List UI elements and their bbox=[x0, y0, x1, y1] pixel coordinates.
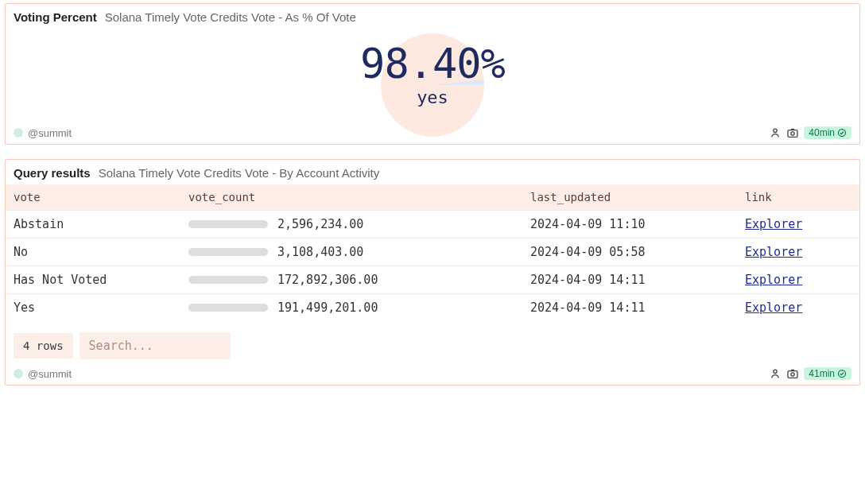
vote-count-value: 2,596,234.00 bbox=[277, 217, 363, 231]
voting-percent-panel: Voting Percent Solana Timely Vote Credit… bbox=[5, 3, 860, 145]
bar-track bbox=[188, 276, 268, 284]
big-number-value: 98.40% bbox=[360, 40, 505, 87]
cell-link: Explorer bbox=[745, 300, 851, 315]
cell-last-updated: 2024-04-09 05:58 bbox=[530, 245, 745, 259]
author-handle[interactable]: @summit bbox=[28, 127, 72, 139]
col-last-updated[interactable]: last_updated bbox=[530, 191, 745, 204]
panel-title: Query results bbox=[14, 166, 91, 180]
svg-rect-5 bbox=[788, 371, 797, 378]
search-input[interactable] bbox=[80, 332, 231, 359]
vote-count-value: 191,499,201.00 bbox=[277, 300, 378, 315]
table-row: No3,108,403.002024-04-09 05:58Explorer bbox=[6, 238, 859, 266]
panel-title: Voting Percent bbox=[14, 10, 97, 24]
cell-vote-count: 2,596,234.00 bbox=[188, 217, 530, 231]
cell-vote: Has Not Voted bbox=[14, 273, 188, 287]
age-badge[interactable]: 40min bbox=[804, 126, 851, 139]
panel-header: Voting Percent Solana Timely Vote Credit… bbox=[6, 4, 859, 29]
panel-footer: @summit 41min bbox=[6, 364, 859, 385]
table-row: Has Not Voted172,892,306.002024-04-09 14… bbox=[6, 266, 859, 293]
cell-vote-count: 172,892,306.00 bbox=[188, 273, 530, 287]
age-text: 40min bbox=[809, 127, 835, 138]
row-count-badge: 4 rows bbox=[14, 333, 73, 359]
svg-point-0 bbox=[774, 129, 777, 132]
bar-track bbox=[188, 248, 268, 256]
avatar[interactable] bbox=[14, 128, 23, 138]
vote-count-value: 172,892,306.00 bbox=[277, 273, 378, 287]
camera-icon[interactable] bbox=[786, 367, 799, 380]
col-vote[interactable]: vote bbox=[14, 191, 188, 204]
user-icon[interactable] bbox=[769, 367, 782, 380]
svg-rect-1 bbox=[788, 130, 797, 138]
cell-last-updated: 2024-04-09 14:11 bbox=[530, 300, 745, 315]
cell-vote-count: 191,499,201.00 bbox=[188, 300, 530, 315]
svg-point-2 bbox=[791, 132, 794, 135]
svg-point-6 bbox=[791, 373, 794, 376]
panel-subtitle: Solana Timely Vote Credits Vote - As % O… bbox=[105, 10, 356, 24]
col-vote-count[interactable]: vote_count bbox=[188, 191, 530, 204]
author-handle[interactable]: @summit bbox=[28, 368, 72, 380]
col-link[interactable]: link bbox=[745, 191, 851, 204]
panel-header: Query results Solana Timely Vote Credits… bbox=[6, 160, 859, 184]
bar-track bbox=[188, 220, 268, 228]
big-number-label: yes bbox=[417, 87, 448, 107]
big-number: 98.40% yes bbox=[6, 29, 859, 123]
cell-last-updated: 2024-04-09 11:10 bbox=[530, 217, 745, 231]
table-header-row: vote vote_count last_updated link bbox=[6, 184, 859, 210]
explorer-link[interactable]: Explorer bbox=[745, 245, 802, 259]
check-circle-icon bbox=[837, 369, 847, 378]
cell-vote: No bbox=[14, 245, 188, 259]
bar-track bbox=[188, 304, 268, 312]
table-row: Abstain2,596,234.002024-04-09 11:10Explo… bbox=[6, 210, 859, 238]
query-results-panel: Query results Solana Timely Vote Credits… bbox=[5, 159, 860, 386]
cell-vote-count: 3,108,403.00 bbox=[188, 245, 530, 259]
table-controls: 4 rows bbox=[6, 321, 859, 364]
user-icon[interactable] bbox=[769, 126, 782, 139]
cell-link: Explorer bbox=[745, 273, 851, 287]
explorer-link[interactable]: Explorer bbox=[745, 217, 802, 231]
explorer-link[interactable]: Explorer bbox=[745, 300, 802, 315]
avatar[interactable] bbox=[14, 369, 23, 378]
check-circle-icon bbox=[837, 128, 847, 138]
cell-vote: Yes bbox=[14, 300, 188, 315]
cell-link: Explorer bbox=[745, 217, 851, 231]
cell-last-updated: 2024-04-09 14:11 bbox=[530, 273, 745, 287]
table-row: Yes191,499,201.002024-04-09 14:11Explore… bbox=[6, 293, 859, 321]
age-text: 41min bbox=[809, 368, 835, 379]
svg-point-4 bbox=[774, 370, 777, 373]
cell-link: Explorer bbox=[745, 245, 851, 259]
camera-icon[interactable] bbox=[786, 126, 799, 139]
vote-count-value: 3,108,403.00 bbox=[277, 245, 363, 259]
explorer-link[interactable]: Explorer bbox=[745, 273, 802, 287]
cell-vote: Abstain bbox=[14, 217, 188, 231]
age-badge[interactable]: 41min bbox=[804, 367, 851, 380]
panel-subtitle: Solana Timely Vote Credits Vote - By Acc… bbox=[99, 166, 380, 180]
